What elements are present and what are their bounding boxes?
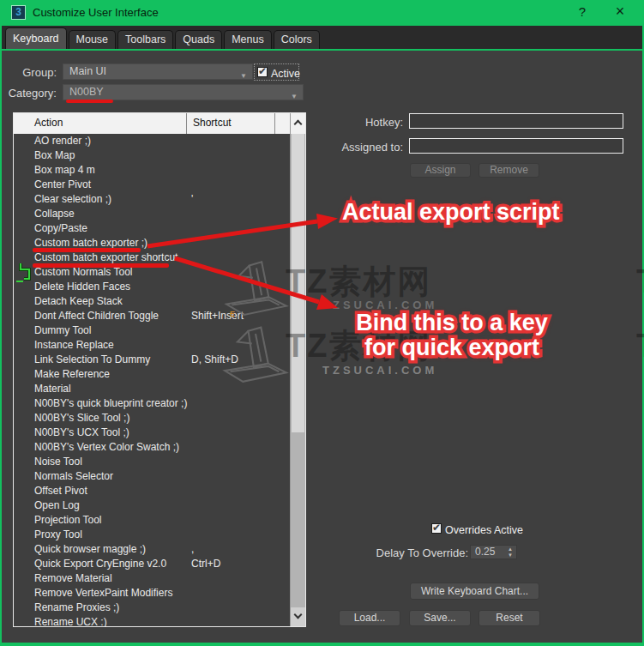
tab-mouse[interactable]: Mouse (69, 30, 117, 49)
category-dropdown[interactable]: N00BY ▼ (63, 84, 304, 100)
help-button[interactable]: ? (573, 4, 592, 19)
action-cell: Dont Affect Children Toggle (34, 309, 159, 323)
title-bar: 3 Customize User Interface ? × (0, 0, 644, 26)
shortcut-cell: Ctrl+D (191, 557, 220, 571)
assigned-to-label: Assigned to: (283, 141, 403, 154)
action-cell: Rename UCX :) (34, 615, 107, 626)
group-value: Main UI (69, 65, 106, 77)
table-row[interactable]: Box map 4 m (14, 163, 290, 178)
table-row[interactable]: Custom Normals Tool (14, 265, 290, 280)
action-cell: Instance Replace (34, 338, 114, 353)
check-icon: ✔ (258, 65, 267, 77)
active-label: Active (271, 68, 300, 80)
tab-colors[interactable]: Colors (274, 30, 320, 49)
shortcut-cell: D, Shift+D (191, 353, 238, 367)
table-row[interactable]: Instance Replace (14, 338, 290, 353)
overrides-active-checkbox[interactable]: ✔ (431, 523, 442, 534)
tab-quads[interactable]: Quads (175, 30, 222, 49)
table-row[interactable]: Rename UCX :) (14, 615, 290, 626)
write-keyboard-chart-button[interactable]: Write Keyboard Chart... (410, 583, 539, 600)
table-row[interactable]: Projection Tool (14, 513, 290, 528)
action-cell: Link Selection To Dummy (34, 353, 150, 367)
table-row[interactable]: Material (14, 382, 290, 396)
action-list: Action Shortcut AO render ;)Box MapBox m… (13, 112, 306, 627)
table-row[interactable]: Make Reference (14, 367, 290, 382)
table-row[interactable]: Normals Selector (14, 469, 290, 484)
watermark-stray-mark: E (230, 310, 235, 318)
action-cell: Remove Material (34, 571, 112, 586)
spinner-arrows-icon[interactable]: ▲▼ (508, 546, 513, 558)
table-row[interactable]: N00BY's Vertex Color Swatch ;) (14, 440, 290, 455)
reset-button[interactable]: Reset (478, 610, 540, 626)
table-row[interactable]: Copy/Paste (14, 221, 290, 236)
action-cell: Proxy Tool (34, 528, 82, 542)
delay-spinner[interactable]: 0.25 ▲▼ (470, 545, 517, 559)
table-row[interactable]: Custom batch exporter ;) (14, 236, 290, 251)
action-cell: N00BY's UCX Tool ;) (34, 426, 129, 440)
table-row[interactable]: Offset Pivot (14, 484, 290, 498)
table-row[interactable]: Detach Keep Stack (14, 294, 290, 309)
scrollbar[interactable] (290, 113, 305, 626)
action-cell: Custom batch exporter shortcut (34, 251, 178, 265)
chevron-down-icon: ▼ (240, 69, 247, 83)
table-row[interactable]: N00BY's Slice Tool ;) (14, 411, 290, 426)
remove-button[interactable]: Remove (478, 163, 539, 178)
action-cell: Delete Hidden Faces (34, 280, 130, 294)
chevron-down-icon: ▼ (291, 89, 298, 104)
group-dropdown[interactable]: Main UI ▼ (63, 63, 253, 80)
customize-ui-window: 3 Customize User Interface ? × Keyboard … (0, 0, 644, 646)
table-row[interactable]: Dummy Tool (14, 323, 290, 338)
table-row[interactable]: Remove VertexPaint Modifiers (14, 586, 290, 601)
table-row[interactable]: Proxy Tool (14, 528, 290, 542)
table-row[interactable]: Delete Hidden Faces (14, 280, 290, 294)
action-cell: Box Map (34, 148, 75, 163)
action-cell: N00BY's quick blueprint creator ;) (34, 396, 187, 411)
tab-menus[interactable]: Menus (224, 30, 272, 49)
table-row[interactable]: Link Selection To DummyD, Shift+D (14, 353, 290, 367)
delay-value: 0.25 (475, 546, 495, 558)
scroll-down-button[interactable] (291, 607, 305, 626)
table-row[interactable]: Center Pivot (14, 178, 290, 192)
action-cell: Normals Selector (34, 469, 113, 484)
load-button[interactable]: Load... (339, 610, 400, 626)
hotkey-input[interactable] (409, 113, 623, 129)
action-cell: Copy/Paste (34, 221, 87, 236)
scrollbar-thumb[interactable] (292, 134, 304, 432)
tab-toolbars[interactable]: Toolbars (117, 30, 173, 49)
table-row[interactable]: N00BY's quick blueprint creator ;) (14, 396, 290, 411)
table-row[interactable]: Box Map (14, 148, 290, 163)
table-row[interactable]: Open Log (14, 498, 290, 513)
action-cell: Material (34, 382, 71, 396)
list-header: Action Shortcut (14, 113, 290, 134)
delay-to-override-label: Delay To Override: (343, 546, 468, 559)
shortcut-cell: Shift+Insert (191, 309, 244, 323)
table-row[interactable]: Rename Proxies ;) (14, 601, 290, 615)
table-row[interactable]: Collapse (14, 207, 290, 221)
table-row[interactable]: AO render ;) (14, 134, 290, 148)
tab-keyboard[interactable]: Keyboard (5, 27, 67, 49)
action-cell: AO render ;) (34, 134, 91, 148)
table-row[interactable]: N00BY's UCX Tool ;) (14, 426, 290, 440)
action-cell: Remove VertexPaint Modifiers (34, 586, 172, 601)
category-value: N00BY (69, 86, 104, 98)
table-row[interactable]: Remove Material (14, 571, 290, 586)
action-cell: Offset Pivot (34, 484, 87, 498)
assign-button[interactable]: Assign (410, 163, 471, 178)
category-label: Category: (0, 87, 57, 100)
table-row[interactable]: Quick browser maggle ;), (14, 542, 290, 557)
table-row[interactable]: Dont Affect Children ToggleShift+Insert (14, 309, 290, 323)
group-label: Group: (0, 66, 57, 79)
save-button[interactable]: Save... (409, 610, 471, 626)
shortcut-cell: , (191, 542, 194, 557)
table-row[interactable]: Clear selection ;)' (14, 192, 290, 207)
action-cell: Open Log (34, 498, 80, 513)
assigned-to-input[interactable] (409, 138, 623, 154)
close-button[interactable]: × (611, 3, 629, 21)
action-cell: N00BY's Slice Tool ;) (34, 411, 129, 426)
table-row[interactable]: Noise Tool (14, 455, 290, 469)
table-row[interactable]: Quick Export CryEngine v2.0Ctrl+D (14, 557, 290, 571)
action-cell: Rename Proxies ;) (34, 601, 119, 615)
active-checkbox[interactable]: ✔ (257, 67, 268, 77)
table-row[interactable]: Custom batch exporter shortcut (14, 251, 290, 265)
column-header-shortcut: Shortcut (187, 113, 275, 134)
